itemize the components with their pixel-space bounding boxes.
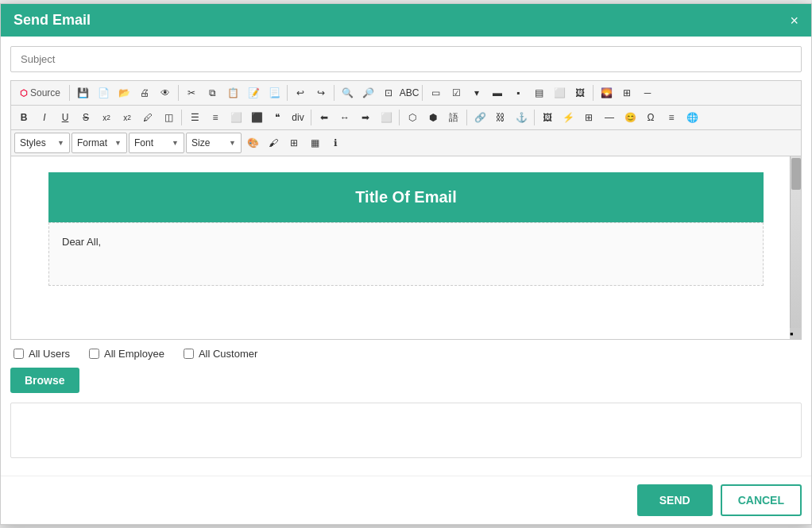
editor-container: ⬡ Source 💾 📄 📂 🖨 👁 ✂ ⧉ 📋 📝 📃 ↩ ↪ xyxy=(10,80,802,340)
div-button[interactable]: div xyxy=(288,108,307,127)
iframe-button[interactable]: 🌐 xyxy=(682,108,702,127)
replace-button[interactable]: 🔎 xyxy=(358,83,377,102)
remove-format-button[interactable]: 🖊 xyxy=(138,108,157,127)
print-button[interactable]: 🖨 xyxy=(135,83,154,102)
styles-arrow-icon: ▼ xyxy=(57,139,64,147)
close-button[interactable]: × xyxy=(790,13,798,28)
spellcheck-button[interactable]: ABC xyxy=(400,83,419,102)
editor-content-area[interactable]: Title Of Email Dear All, ▪ xyxy=(11,156,801,339)
paste-button[interactable]: 📋 xyxy=(223,83,242,102)
all-employee-checkbox[interactable] xyxy=(89,349,99,359)
recipients-list xyxy=(10,403,802,458)
separator-11 xyxy=(534,110,535,125)
source-button[interactable]: ⬡ Source xyxy=(14,83,66,102)
select-all-button[interactable]: ⊡ xyxy=(379,83,398,102)
separator-10 xyxy=(466,110,467,125)
resize-handle[interactable]: ▪ xyxy=(790,328,801,339)
font-arrow-icon: ▼ xyxy=(172,139,179,147)
justify-right-button[interactable]: ➡ xyxy=(356,108,375,127)
checkbox-button[interactable]: ☑ xyxy=(447,83,466,102)
subscript-button[interactable]: x2 xyxy=(97,108,116,127)
table-properties-button[interactable]: ▦ xyxy=(305,133,324,152)
all-users-checkbox-label[interactable]: All Users xyxy=(14,348,70,360)
special-char-button[interactable]: Ω xyxy=(641,108,660,127)
page-break-button[interactable]: ≡ xyxy=(662,108,681,127)
unlink-button[interactable]: ⛓ xyxy=(491,108,510,127)
all-customer-checkbox[interactable] xyxy=(184,349,194,359)
link-button[interactable]: 🔗 xyxy=(470,108,489,127)
separator-2 xyxy=(178,85,179,101)
insert-table2-button[interactable]: ⊞ xyxy=(284,133,304,152)
color-grid-button[interactable]: 🎨 xyxy=(243,133,262,152)
bold-button[interactable]: B xyxy=(14,108,33,127)
justify-left-button[interactable]: ⬅ xyxy=(315,108,334,127)
font-dropdown[interactable]: Font ▼ xyxy=(129,133,184,153)
editor-scroll[interactable]: Title Of Email Dear All, xyxy=(11,156,801,339)
insert-hr-button[interactable]: ─ xyxy=(638,83,657,102)
form-button[interactable]: ▭ xyxy=(426,83,445,102)
format-arrow-icon: ▼ xyxy=(114,139,122,147)
hiddenfield-button[interactable]: ▪ xyxy=(508,83,528,102)
scrollbar-thumb xyxy=(791,158,801,190)
blockquote-button[interactable]: ❝ xyxy=(268,108,287,127)
separator-1 xyxy=(69,85,70,101)
insert-image-button[interactable]: 🌄 xyxy=(597,83,616,102)
textarea-button[interactable]: ▤ xyxy=(529,83,548,102)
styles-dropdown[interactable]: Styles ▼ xyxy=(14,133,70,153)
subject-input[interactable] xyxy=(10,46,802,72)
lang-button[interactable]: 語 xyxy=(444,108,463,127)
all-users-checkbox[interactable] xyxy=(14,349,24,359)
justify-center-button[interactable]: ↔ xyxy=(335,108,354,127)
all-employee-checkbox-label[interactable]: All Employee xyxy=(89,348,164,360)
insert-table-button[interactable]: ⊞ xyxy=(617,83,636,102)
new-doc-button[interactable]: 📄 xyxy=(94,83,113,102)
paste-word-button[interactable]: 📃 xyxy=(265,83,284,102)
align-center-button[interactable]: ⬛ xyxy=(247,108,266,127)
send-button[interactable]: SEND xyxy=(637,484,713,516)
save-button[interactable]: 💾 xyxy=(73,83,92,102)
preview-button[interactable]: 👁 xyxy=(156,83,175,102)
about-button[interactable]: ℹ xyxy=(326,133,345,152)
smiley-button[interactable]: 😊 xyxy=(621,108,640,127)
italic-button[interactable]: I xyxy=(35,108,54,127)
size-arrow-icon: ▼ xyxy=(229,139,236,147)
browse-button[interactable]: Browse xyxy=(10,368,79,393)
open-button[interactable]: 📂 xyxy=(114,83,133,102)
unordered-list-button[interactable]: ☰ xyxy=(185,108,204,127)
indent-button[interactable]: ⬢ xyxy=(423,108,443,127)
button-field-button[interactable]: ⬜ xyxy=(550,83,569,102)
justify-block-button[interactable]: ⬜ xyxy=(377,108,396,127)
vertical-scrollbar[interactable] xyxy=(790,156,801,339)
image-button2[interactable]: 🖼 xyxy=(538,108,557,127)
hr-button2[interactable]: — xyxy=(600,108,619,127)
superscript-button[interactable]: x2 xyxy=(118,108,137,127)
size-dropdown[interactable]: Size ▼ xyxy=(186,133,242,153)
cancel-button[interactable]: CANCEL xyxy=(721,484,802,516)
align-left-button[interactable]: ⬜ xyxy=(226,108,246,127)
copy-button[interactable]: ⧉ xyxy=(203,83,222,102)
ordered-list-button[interactable]: ≡ xyxy=(206,108,225,127)
image-button-btn[interactable]: 🖼 xyxy=(570,83,590,102)
dialog-title: Send Email xyxy=(14,12,91,29)
select-button[interactable]: ▾ xyxy=(467,83,486,102)
toolbar-row-3: Styles ▼ Format ▼ Font ▼ Size ▼ 🎨 🖌 ⊞ xyxy=(11,130,801,156)
underline-button[interactable]: U xyxy=(56,108,75,127)
textfield-button[interactable]: ▬ xyxy=(488,83,507,102)
email-body-text: Dear All, xyxy=(62,236,101,248)
format-dropdown[interactable]: Format ▼ xyxy=(72,133,127,153)
strikethrough-button[interactable]: S xyxy=(76,108,95,127)
cut-button[interactable]: ✂ xyxy=(182,83,201,102)
find-button[interactable]: 🔍 xyxy=(338,83,357,102)
redo-button[interactable]: ↪ xyxy=(311,83,331,102)
anchor-button[interactable]: ⚓ xyxy=(512,108,531,127)
highlight-grid-button[interactable]: 🖌 xyxy=(264,133,283,152)
all-customer-checkbox-label[interactable]: All Customer xyxy=(184,348,257,360)
email-body-area[interactable]: Dear All, xyxy=(48,222,764,286)
email-title-banner: Title Of Email xyxy=(48,172,764,222)
flash-button[interactable]: ⚡ xyxy=(559,108,578,127)
paste-text-button[interactable]: 📝 xyxy=(244,83,263,102)
outdent-button[interactable]: ⬡ xyxy=(403,108,422,127)
table-button2[interactable]: ⊞ xyxy=(579,108,598,127)
undo-button[interactable]: ↩ xyxy=(291,83,310,102)
inline-style-button[interactable]: ◫ xyxy=(159,108,178,127)
